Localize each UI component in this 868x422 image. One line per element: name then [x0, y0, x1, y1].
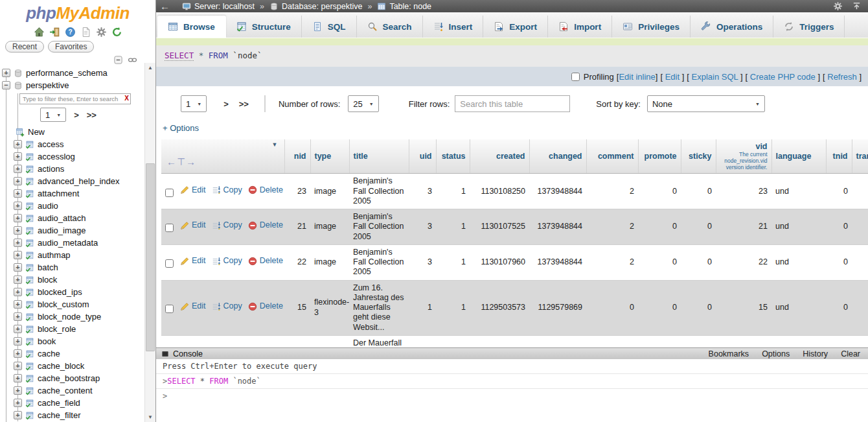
- column-header-uid[interactable]: uid: [409, 139, 436, 174]
- table-name[interactable]: audio: [38, 201, 58, 211]
- sidebar-db-performance_schema[interactable]: + performance_schema: [0, 67, 144, 79]
- phpmyadmin-logo[interactable]: phpMyAdmin: [0, 0, 155, 23]
- tab-export[interactable]: Export: [483, 16, 548, 38]
- scroll-down-icon[interactable]: ▼: [145, 412, 155, 422]
- rows-select[interactable]: 25▼: [348, 95, 378, 112]
- expand-icon[interactable]: +: [14, 312, 22, 321]
- table-name[interactable]: cache_field: [38, 398, 80, 408]
- table-name[interactable]: attachment: [38, 189, 79, 198]
- sort-arrow-icon[interactable]: ▼: [272, 141, 278, 148]
- docs-icon[interactable]: [80, 27, 91, 38]
- delete-link[interactable]: Delete: [248, 220, 283, 230]
- table-filter-input[interactable]: [19, 93, 131, 104]
- collapse-top-icon[interactable]: [852, 1, 862, 11]
- expand-icon[interactable]: +: [14, 288, 22, 296]
- console-body[interactable]: Press Ctrl+Enter to execute query >SELEC…: [156, 359, 868, 422]
- sidebar-table-block_node_type[interactable]: +block_node_type: [0, 311, 144, 323]
- back-icon[interactable]: ←: [160, 1, 170, 12]
- expand-icon[interactable]: +: [14, 275, 22, 284]
- sidebar-table-block[interactable]: +block: [0, 274, 144, 286]
- sidebar-table-batch[interactable]: +batch: [0, 261, 144, 274]
- profiling-checkbox[interactable]: [571, 73, 580, 81]
- row-checkbox[interactable]: [165, 259, 174, 268]
- expand-icon[interactable]: +: [14, 140, 22, 148]
- profiling-link[interactable]: Explain SQL: [689, 72, 740, 82]
- expand-icon[interactable]: +: [14, 325, 22, 333]
- tab-operations[interactable]: Operations: [691, 16, 773, 38]
- expand-icon[interactable]: +: [14, 202, 22, 210]
- collapse-icon[interactable]: −: [2, 81, 10, 89]
- scrollbar-thumb[interactable]: [146, 163, 155, 351]
- table-name[interactable]: book: [38, 336, 56, 346]
- column-move-widget[interactable]: ←⊤→: [166, 156, 196, 168]
- copy-link[interactable]: Copy: [212, 220, 242, 230]
- expand-icon[interactable]: +: [14, 374, 22, 382]
- new-table-label[interactable]: New: [28, 127, 45, 137]
- tab-privileges[interactable]: Privileges: [612, 16, 691, 38]
- column-header-nid[interactable]: nid: [284, 139, 310, 174]
- column-header-vid[interactable]: vidThe current node_revision.vid version…: [716, 139, 771, 174]
- table-search-input[interactable]: [455, 95, 570, 112]
- sidebar-table-cache_bootstrap[interactable]: +cache_bootstrap: [0, 372, 144, 384]
- table-name[interactable]: cache_bootstrap: [38, 373, 100, 383]
- expand-icon[interactable]: +: [14, 214, 22, 222]
- tree-last-page[interactable]: >>: [87, 110, 97, 120]
- column-header-comment[interactable]: comment: [586, 139, 638, 174]
- sidebar-table-block_role[interactable]: +block_role: [0, 323, 144, 335]
- row-checkbox[interactable]: [165, 305, 174, 313]
- minus-box-icon[interactable]: [113, 55, 123, 65]
- options-toggle[interactable]: + Options: [163, 123, 199, 133]
- table-name[interactable]: block: [38, 275, 57, 285]
- expand-icon[interactable]: +: [14, 263, 22, 272]
- profiling-link[interactable]: Edit inline: [619, 72, 655, 82]
- clear-filter-icon[interactable]: X: [124, 95, 129, 102]
- expand-icon[interactable]: +: [14, 251, 22, 259]
- sidebar-table-book[interactable]: +book: [0, 335, 144, 347]
- breadcrumb-table[interactable]: Table: node: [377, 2, 431, 11]
- expand-icon[interactable]: +: [2, 69, 10, 77]
- console-menu-options[interactable]: Options: [762, 349, 790, 358]
- last-page-link[interactable]: >>: [239, 99, 249, 109]
- edit-link[interactable]: Edit: [180, 220, 206, 230]
- sidebar-table-attachment[interactable]: +attachment: [0, 187, 144, 200]
- breadcrumb-database[interactable]: Database: perspektive: [269, 2, 362, 11]
- table-name[interactable]: actions: [38, 164, 64, 174]
- console-history-entry[interactable]: >SELECT * FROM `node`: [156, 374, 868, 389]
- copy-link[interactable]: Copy: [212, 185, 242, 195]
- sidebar-table-audio[interactable]: +audio: [0, 200, 144, 212]
- table-name[interactable]: audio_attach: [38, 213, 86, 223]
- table-name[interactable]: audio_image: [38, 226, 86, 235]
- copy-link[interactable]: Copy: [212, 256, 242, 266]
- profiling-link[interactable]: Refresh: [825, 72, 860, 82]
- recent-button[interactable]: Recent: [5, 41, 44, 53]
- next-page-link[interactable]: >: [223, 99, 229, 109]
- tab-import[interactable]: Import: [548, 16, 612, 38]
- expand-icon[interactable]: +: [14, 152, 22, 161]
- tab-structure[interactable]: Structure: [226, 16, 302, 38]
- tab-triggers[interactable]: Triggers: [773, 16, 845, 38]
- table-name[interactable]: block_node_type: [38, 312, 101, 322]
- delete-link[interactable]: Delete: [248, 185, 283, 195]
- table-name[interactable]: accesslog: [38, 152, 75, 161]
- row-checkbox[interactable]: [165, 224, 174, 232]
- delete-link[interactable]: Delete: [248, 256, 283, 266]
- column-header-created[interactable]: created: [470, 139, 529, 174]
- table-name[interactable]: authmap: [38, 250, 71, 260]
- settings-icon[interactable]: [96, 27, 107, 38]
- expand-icon[interactable]: +: [14, 300, 22, 309]
- table-name[interactable]: cache_filter: [38, 410, 80, 420]
- table-name[interactable]: block_role: [38, 324, 76, 334]
- tab-search[interactable]: Search: [357, 16, 423, 38]
- edit-link[interactable]: Edit: [180, 256, 206, 266]
- tab-browse[interactable]: Browse: [157, 16, 226, 38]
- home-icon[interactable]: [34, 27, 45, 38]
- sort-key-select[interactable]: None▼: [647, 95, 765, 112]
- new-table-item[interactable]: New: [0, 126, 144, 138]
- sidebar-table-audio_attach[interactable]: +audio_attach: [0, 212, 144, 224]
- table-name[interactable]: cache: [38, 349, 60, 358]
- expand-icon[interactable]: +: [14, 399, 22, 407]
- expand-icon[interactable]: +: [14, 189, 22, 198]
- favorites-button[interactable]: Favorites: [48, 41, 94, 53]
- expand-icon[interactable]: +: [14, 386, 22, 395]
- edit-link[interactable]: Edit: [180, 301, 206, 311]
